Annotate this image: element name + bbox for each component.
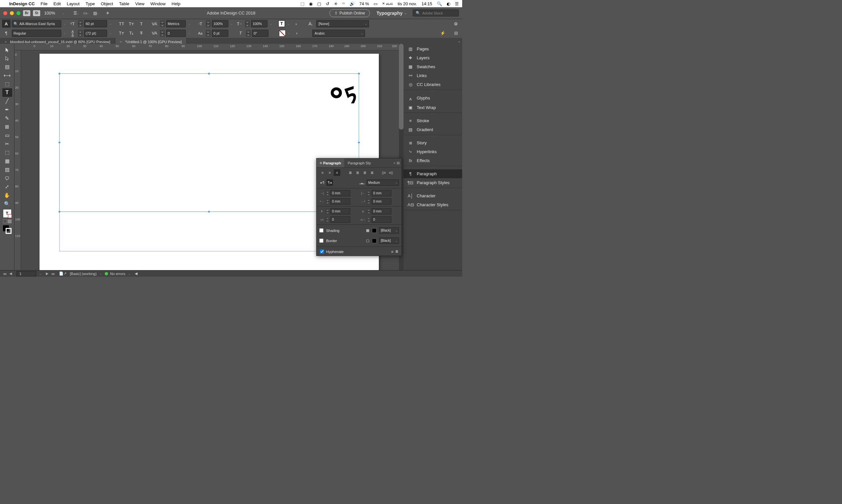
time-label[interactable]: 14:15: [421, 1, 432, 6]
zoom-dropdown-icon[interactable]: ⌵: [62, 12, 64, 15]
hyphenate-checkbox[interactable]: [320, 249, 324, 254]
smallcaps-icon[interactable]: Tᴛ: [127, 20, 136, 28]
space-after-stepper[interactable]: ▴▾: [366, 209, 371, 214]
para-dir-rtl[interactable]: ¶◂: [326, 179, 333, 186]
justify-center[interactable]: ≣: [354, 169, 361, 176]
panel-hyperlinks[interactable]: ⤷Hyperlinks: [404, 147, 462, 156]
first-line-indent-field[interactable]: [330, 198, 350, 204]
border-color-select[interactable]: [Black]⌵: [379, 237, 399, 244]
character-style-select[interactable]: [None] ⌵: [316, 20, 369, 28]
vertical-ruler[interactable]: 0 10 20 30 40 50 60 70 80 90 100 110: [15, 50, 21, 270]
publish-online-button[interactable]: ⇪ Publish Online: [329, 9, 370, 17]
justify-all[interactable]: ≣: [369, 169, 375, 176]
superscript-group-icon[interactable]: T: [137, 20, 146, 28]
frame-handle[interactable]: [208, 72, 210, 75]
menu-edit[interactable]: Edit: [53, 1, 60, 6]
align-grid-icon[interactable]: ≣: [395, 249, 398, 254]
left-indent-field[interactable]: [330, 190, 350, 196]
font-dropdown-icon[interactable]: ⌵: [62, 22, 67, 25]
next-page-button[interactable]: ▶: [44, 271, 50, 276]
font-size-stepper[interactable]: ▴▾: [78, 20, 83, 27]
keyboardlayout-icon[interactable]: ✕ ܐܒܓܕ: [382, 2, 393, 5]
fill-stroke-swatch[interactable]: [3, 225, 12, 234]
hand-tool[interactable]: ✋: [2, 191, 12, 200]
fill-cycle-icon[interactable]: ›: [292, 20, 301, 28]
panel-swatches[interactable]: ▦Swatches: [404, 62, 462, 71]
menu-file[interactable]: File: [40, 1, 48, 6]
ligatures-icon[interactable]: Tᴛ: [117, 29, 126, 37]
arrange-icon[interactable]: ▤ ⌵: [92, 10, 100, 16]
gradient-feather-tool[interactable]: ▨: [2, 165, 12, 174]
shading-color-select[interactable]: [Black]⌵: [379, 227, 399, 234]
panel-gradient[interactable]: ▧Gradient: [404, 125, 462, 134]
quick-apply-icon[interactable]: ⚡: [438, 29, 447, 37]
border-swatch[interactable]: [372, 238, 377, 243]
errors-dropdown[interactable]: ⌵: [128, 272, 130, 275]
stroke-color-icon[interactable]: [279, 30, 286, 37]
paragraph-mode-icon[interactable]: ¶: [2, 29, 11, 37]
vscale-field[interactable]: 100%: [212, 20, 228, 28]
paragraph-styles-tab[interactable]: Paragraph Sty: [344, 159, 374, 167]
border-settings-icon[interactable]: ▢: [366, 238, 369, 243]
scissors-tool[interactable]: ✂: [2, 140, 12, 148]
last-line-indent-field[interactable]: [372, 198, 391, 204]
align-left[interactable]: ≡: [319, 169, 326, 176]
justify-right[interactable]: ≣: [361, 169, 368, 176]
frame-handle[interactable]: [208, 211, 210, 213]
fill-dropdown[interactable]: ⌵: [286, 22, 290, 25]
allcaps-icon[interactable]: TT: [117, 20, 126, 28]
bluetooth-icon[interactable]: ⚹: [334, 1, 338, 6]
paragraph-panel[interactable]: ◇Paragraph Paragraph Sty » ▤ ≡ ≡ ≡ ≣ ≣ ≣…: [316, 158, 402, 256]
app-name[interactable]: InDesign CC: [9, 1, 35, 6]
baseline-stepper[interactable]: ▴▾: [206, 30, 211, 37]
align-toward-spine[interactable]: ▯≡: [380, 169, 387, 176]
font-size-dropdown[interactable]: ⌵: [108, 22, 113, 25]
frame-handle[interactable]: [58, 211, 60, 213]
font-style-field[interactable]: Regular: [12, 30, 61, 37]
subscript-icon[interactable]: T₁: [127, 29, 136, 37]
selection-tool[interactable]: [2, 46, 12, 54]
line-tool[interactable]: ╱: [2, 97, 12, 105]
spotlight-icon[interactable]: 🔍: [437, 1, 442, 6]
border-checkbox[interactable]: [319, 238, 323, 243]
stock-button[interactable]: St: [33, 10, 40, 16]
close-tab-icon[interactable]: ×: [120, 40, 122, 44]
para-dir-ltr[interactable]: ▸¶: [319, 179, 326, 186]
right-indent-field[interactable]: [372, 190, 391, 196]
page-tool[interactable]: ▤: [2, 62, 12, 71]
direct-selection-tool[interactable]: [2, 54, 12, 62]
menu-object[interactable]: Object: [101, 1, 113, 6]
menu-icon[interactable]: ⊟: [452, 29, 460, 37]
paragraph-tab[interactable]: ◇Paragraph: [317, 159, 344, 167]
pencil-tool[interactable]: ✎: [2, 114, 12, 123]
date-label[interactable]: tis 20 nov.: [398, 1, 417, 6]
panel-settings-icon[interactable]: ⚙: [452, 20, 460, 28]
free-transform-tool[interactable]: ⬚: [2, 148, 12, 157]
rectangle-tool[interactable]: ▭: [2, 131, 12, 140]
vscale-dropdown[interactable]: ⌵: [230, 22, 234, 25]
battery-icon[interactable]: ▭: [374, 1, 377, 6]
panel-divider[interactable]: [404, 135, 462, 138]
apply-formatting-icon[interactable]: T: [3, 210, 11, 217]
frame-handle[interactable]: [58, 141, 60, 144]
pen-tool[interactable]: ✒: [2, 105, 12, 114]
cc-sync-icon[interactable]: ◉: [309, 1, 312, 6]
notification-icon[interactable]: ☰: [455, 1, 459, 6]
baseline-field[interactable]: 0 pt: [212, 30, 228, 37]
gpu-icon[interactable]: ✈: [104, 10, 111, 16]
panel-pages[interactable]: ▥Pages: [404, 44, 462, 53]
menu-window[interactable]: Window: [150, 1, 166, 6]
window-minimize[interactable]: [10, 11, 14, 15]
panel-cc-libraries[interactable]: ◎CC Libraries: [404, 80, 462, 89]
panel-paragraph[interactable]: ¶Paragraph: [404, 169, 462, 178]
wifi-icon[interactable]: ⌔: [342, 1, 345, 6]
type-tool[interactable]: T: [2, 88, 12, 97]
errors-nav-icon[interactable]: ◀: [135, 271, 137, 276]
last-page-button[interactable]: ⏭: [50, 272, 56, 276]
space-after-field[interactable]: [372, 208, 391, 214]
panel-text-wrap[interactable]: ▣Text Wrap: [404, 103, 462, 112]
vscale-stepper[interactable]: ▴▾: [206, 20, 211, 27]
volume-icon[interactable]: 🔊: [350, 1, 355, 6]
panel-divider[interactable]: [404, 166, 462, 169]
hscale-field[interactable]: 100%: [251, 20, 268, 28]
